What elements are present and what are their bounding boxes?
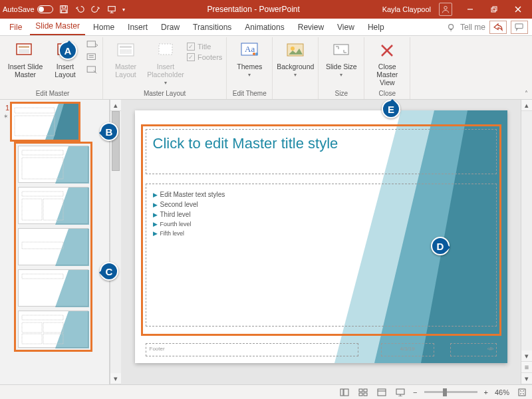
tab-draw[interactable]: Draw xyxy=(156,20,185,35)
normal-view-icon[interactable] xyxy=(338,387,350,398)
svg-rect-11 xyxy=(515,24,523,29)
layout-thumb-3[interactable] xyxy=(18,228,88,265)
title-placeholder[interactable]: Click to edit Master title style xyxy=(146,129,497,174)
chevron-down-icon[interactable]: ▾ xyxy=(248,72,251,78)
svg-point-28 xyxy=(255,53,258,55)
ribbon: Insert Slide Master Insert Layout Edit M… xyxy=(0,36,532,100)
slide-canvas[interactable]: Click to edit Master title style ▶Edit M… xyxy=(121,100,521,384)
prev-slide-icon[interactable]: ≡ xyxy=(521,362,532,373)
scroll-down-icon[interactable]: ▾ xyxy=(110,373,121,384)
svg-rect-50 xyxy=(22,315,63,320)
date-placeholder[interactable]: 4/3/19 xyxy=(381,343,434,356)
body-l4: Fourth level xyxy=(160,221,192,227)
svg-marker-38 xyxy=(55,146,89,184)
preserve-icon[interactable] xyxy=(86,41,98,51)
svg-rect-60 xyxy=(359,389,362,392)
undo-icon[interactable] xyxy=(74,4,85,15)
insert-slide-master-button[interactable]: Insert Slide Master xyxy=(7,39,44,78)
svg-rect-39 xyxy=(22,150,63,155)
tab-view[interactable]: View xyxy=(332,20,360,35)
start-slideshow-icon[interactable] xyxy=(106,4,117,15)
zoom-slider[interactable] xyxy=(424,391,477,393)
reading-view-icon[interactable] xyxy=(376,387,388,398)
scroll-up-icon[interactable]: ▴ xyxy=(110,100,121,111)
layout-thumb-5[interactable] xyxy=(18,311,88,348)
delete-icon[interactable] xyxy=(86,66,98,76)
qat-dropdown-icon[interactable]: ▾ xyxy=(122,7,125,13)
tab-insert[interactable]: Insert xyxy=(122,20,153,35)
scroll-thumb[interactable] xyxy=(112,111,120,171)
tab-file[interactable]: File xyxy=(4,20,27,35)
layout-thumb-4[interactable] xyxy=(18,269,88,307)
fit-to-window-icon[interactable] xyxy=(516,387,528,398)
background-button[interactable]: Background ▾ xyxy=(277,39,314,78)
close-icon xyxy=(376,40,398,61)
layout-thumbnails xyxy=(16,144,90,350)
close-button[interactable] xyxy=(507,0,529,19)
tab-home[interactable]: Home xyxy=(88,20,120,35)
collapse-ribbon-icon[interactable]: ˄ xyxy=(525,90,528,97)
insert-placeholder-button: Insert Placeholder ▾ xyxy=(147,39,184,86)
footer-placeholder[interactable]: Footer xyxy=(146,343,358,356)
slide-size-button[interactable]: Slide Size ▾ xyxy=(323,39,360,78)
toggle-off-icon[interactable] xyxy=(37,5,53,13)
scroll-track[interactable] xyxy=(110,111,121,373)
lightbulb-icon xyxy=(447,23,456,32)
scroll-down-icon[interactable]: ▾ xyxy=(521,350,532,362)
tell-me-search[interactable]: Tell me xyxy=(447,23,485,32)
footers-checkbox: ✓Footers xyxy=(187,53,222,61)
master-slide[interactable]: Click to edit Master title style ▶Edit M… xyxy=(135,110,507,363)
close-master-view-button[interactable]: Close Master View xyxy=(368,39,406,86)
scroll-track[interactable] xyxy=(521,111,532,350)
master-slide-thumbnail[interactable]: 1 ✶ xyxy=(3,104,106,140)
background-label: Background xyxy=(277,63,314,70)
body-l3: Third level xyxy=(160,211,191,218)
chevron-down-icon[interactable]: ▾ xyxy=(340,72,342,78)
themes-button[interactable]: Aa Themes ▾ xyxy=(231,39,268,78)
editor-area: 1 ✶ ▴ ▾ xyxy=(0,100,532,384)
restore-button[interactable] xyxy=(483,0,505,19)
share-button[interactable] xyxy=(489,21,507,34)
next-slide-icon[interactable]: ▾ xyxy=(521,373,532,384)
tab-review[interactable]: Review xyxy=(293,20,329,35)
zoom-level[interactable]: 46% xyxy=(495,388,509,396)
zoom-in-icon[interactable]: + xyxy=(484,388,488,396)
chevron-down-icon[interactable]: ▾ xyxy=(294,72,297,78)
comments-button[interactable] xyxy=(511,21,528,34)
group-size: Slide Size ▾ Size xyxy=(319,37,364,99)
window-title: Presentation - PowerPoint xyxy=(129,5,378,14)
rename-icon[interactable] xyxy=(86,53,98,64)
svg-rect-23 xyxy=(120,49,132,54)
svg-marker-45 xyxy=(55,229,89,266)
svg-rect-7 xyxy=(493,7,497,11)
slideshow-view-icon[interactable] xyxy=(394,387,406,398)
minimize-button[interactable] xyxy=(459,0,481,19)
autosave-toggle[interactable]: AutoSave xyxy=(3,5,53,13)
svg-rect-61 xyxy=(364,389,367,392)
callout-b: B xyxy=(100,122,118,141)
layout-thumb-1[interactable] xyxy=(18,146,88,183)
tab-animations[interactable]: Animations xyxy=(239,20,289,35)
zoom-out-icon[interactable]: − xyxy=(413,388,417,396)
tab-help[interactable]: Help xyxy=(362,20,390,35)
insert-placeholder-icon xyxy=(155,40,176,61)
quick-access-toolbar: AutoSave ▾ xyxy=(3,4,125,15)
tab-transitions[interactable]: Transitions xyxy=(188,20,237,35)
group-label-edit-theme: Edit Theme xyxy=(233,88,267,99)
thumbnails-scrollbar[interactable]: ▴ ▾ xyxy=(110,100,121,384)
layout-thumb-2[interactable] xyxy=(18,187,88,224)
scroll-up-icon[interactable]: ▴ xyxy=(521,100,532,111)
background-icon xyxy=(285,40,306,61)
user-avatar-icon[interactable] xyxy=(439,3,452,16)
canvas-wrap: Click to edit Master title style ▶Edit M… xyxy=(121,100,532,384)
title-bar: AutoSave ▾ Presentation - PowerPoint Kay… xyxy=(0,0,532,19)
slidenum-placeholder[interactable]: ‹#› xyxy=(450,343,497,356)
canvas-scrollbar[interactable]: ▴ ▾ ≡ ▾ xyxy=(521,100,532,384)
save-icon[interactable] xyxy=(59,4,69,15)
svg-rect-1 xyxy=(62,6,65,9)
redo-icon[interactable] xyxy=(90,4,101,15)
body-placeholder[interactable]: ▶Edit Master text styles ▶Second level ▶… xyxy=(146,184,497,327)
svg-rect-19 xyxy=(87,54,95,60)
sorter-view-icon[interactable] xyxy=(357,387,369,398)
tab-slide-master[interactable]: Slide Master xyxy=(30,19,85,35)
